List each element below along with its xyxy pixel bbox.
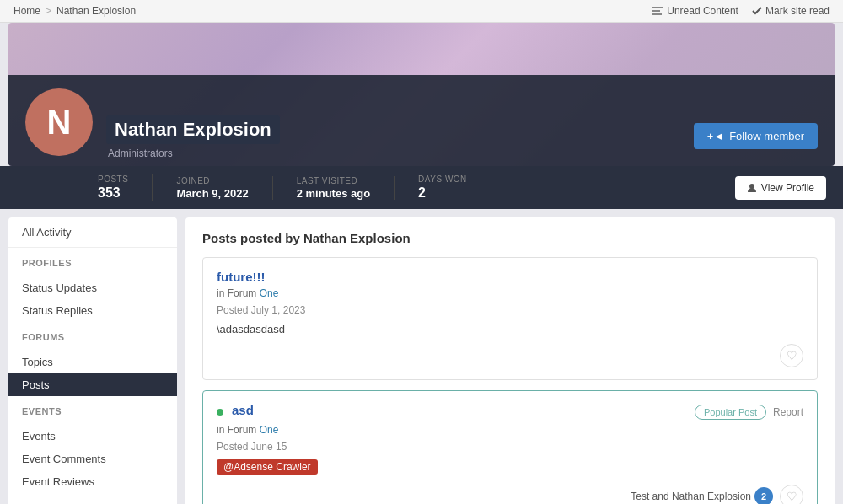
profile-name: Nathan Explosion xyxy=(106,115,280,144)
content-title: Posts posted by Nathan Explosion xyxy=(202,231,818,245)
post-forum: in Forum One xyxy=(217,424,803,436)
sidebar-forums-title: FORUMS xyxy=(22,332,164,342)
sidebar-events-title: EVENTS xyxy=(22,406,164,416)
top-bar: Home > Nathan Explosion Unread Content M… xyxy=(0,0,843,23)
post-header: asd Popular Post Report xyxy=(217,403,803,421)
post-forum: in Forum One xyxy=(217,287,803,299)
sidebar-articles-section: ARTICLES xyxy=(8,493,177,504)
post-title[interactable]: asd xyxy=(232,403,254,417)
svg-rect-2 xyxy=(652,13,662,15)
stat-posts: POSTS 353 xyxy=(98,174,153,201)
view-profile-button[interactable]: View Profile xyxy=(735,176,826,200)
likers-text: Test and Nathan Explosion xyxy=(631,491,751,502)
person-icon xyxy=(747,183,757,193)
follow-icon: +◄ xyxy=(707,130,724,142)
post-date: Posted June 15 xyxy=(217,441,803,453)
post-title-row: asd xyxy=(217,403,254,421)
post-footer: ♡ xyxy=(217,344,803,367)
popular-badge: Popular Post xyxy=(695,405,766,420)
profile-header: N Nathan Explosion Administrators +◄ Fol… xyxy=(8,23,835,166)
sidebar-item-posts[interactable]: Posts xyxy=(8,373,177,396)
forum-link[interactable]: One xyxy=(260,424,279,436)
profile-role: Administrators xyxy=(106,147,280,159)
sidebar-profiles-section: PROFILES xyxy=(8,248,177,276)
sidebar-item-events[interactable]: Events xyxy=(8,425,177,448)
svg-rect-1 xyxy=(652,10,660,12)
breadcrumb-home[interactable]: Home xyxy=(13,5,40,17)
profile-header-content: N Nathan Explosion Administrators +◄ Fol… xyxy=(8,75,835,166)
check-icon xyxy=(752,7,762,15)
online-indicator xyxy=(217,409,223,416)
forum-link[interactable]: One xyxy=(260,287,279,299)
sidebar-forums-section: FORUMS xyxy=(8,322,177,351)
post-content: \adasdasdasd xyxy=(217,323,803,335)
content-area: Posts posted by Nathan Explosion future!… xyxy=(185,217,835,504)
like-count-area: Test and Nathan Explosion 2 xyxy=(631,487,773,504)
sidebar-item-event-comments[interactable]: Event Comments xyxy=(8,448,177,470)
mark-read-link[interactable]: Mark site read xyxy=(752,5,830,17)
report-link[interactable]: Report xyxy=(773,406,803,418)
svg-rect-0 xyxy=(652,7,663,8)
breadcrumb-current: Nathan Explosion xyxy=(56,5,136,17)
sidebar-item-topics[interactable]: Topics xyxy=(8,351,177,373)
sidebar-item-status-updates[interactable]: Status Updates xyxy=(8,276,177,299)
sidebar-item-event-reviews[interactable]: Event Reviews xyxy=(8,470,177,493)
post-body: @Adsense Crawler xyxy=(217,459,803,475)
main-layout: All Activity PROFILES Status Updates Sta… xyxy=(8,217,835,504)
like-button[interactable]: ♡ xyxy=(780,344,803,367)
stat-last-visited: LAST VISITED 2 minutes ago xyxy=(297,176,395,200)
breadcrumb: Home > Nathan Explosion xyxy=(13,5,136,17)
profile-left: N Nathan Explosion Administrators xyxy=(25,88,280,166)
breadcrumb-separator: > xyxy=(46,5,51,17)
mention-tag[interactable]: @Adsense Crawler xyxy=(217,459,318,475)
stats-bar: POSTS 353 JOINED March 9, 2022 LAST VISI… xyxy=(0,166,843,209)
profile-name-block: Nathan Explosion Administrators xyxy=(106,115,280,166)
list-icon xyxy=(652,7,663,15)
post-card: future!!! in Forum One Posted July 1, 20… xyxy=(202,257,818,380)
post-title[interactable]: future!!! xyxy=(217,270,803,284)
unread-content-link[interactable]: Unread Content xyxy=(652,5,738,17)
avatar: N xyxy=(25,88,93,156)
post-badges: Popular Post Report xyxy=(695,405,803,420)
like-circle: 2 xyxy=(754,487,773,504)
stat-days-won: DAYS WON 2 xyxy=(418,174,491,201)
top-bar-right: Unread Content Mark site read xyxy=(652,5,830,17)
sidebar-events-section: EVENTS xyxy=(8,396,177,425)
post-card-popular: asd Popular Post Report in Forum One Pos… xyxy=(202,390,818,504)
post-date: Posted July 1, 2023 xyxy=(217,304,803,316)
sidebar-item-status-replies[interactable]: Status Replies xyxy=(8,299,177,322)
post-footer: Test and Nathan Explosion 2 ♡ xyxy=(217,485,803,504)
follow-button[interactable]: +◄ Follow member xyxy=(694,123,818,149)
sidebar: All Activity PROFILES Status Updates Sta… xyxy=(8,217,177,504)
stat-joined: JOINED March 9, 2022 xyxy=(176,176,272,200)
sidebar-profiles-title: PROFILES xyxy=(22,258,164,268)
sidebar-item-all-activity[interactable]: All Activity xyxy=(8,217,177,248)
like-button[interactable]: ♡ xyxy=(780,485,803,504)
